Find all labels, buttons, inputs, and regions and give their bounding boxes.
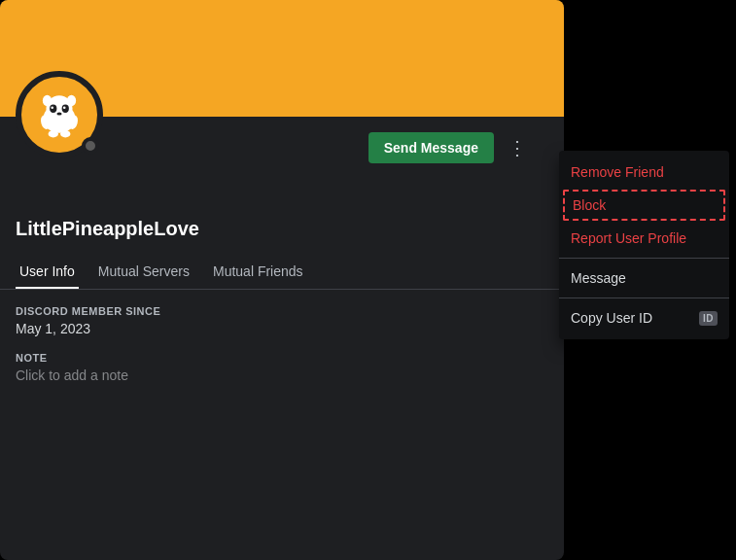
profile-panel: Send Message ⋮ LittlePineappleLove User … xyxy=(0,0,564,560)
svg-point-5 xyxy=(63,106,66,109)
copy-user-id-label: Copy User ID xyxy=(571,310,652,326)
menu-item-block[interactable]: Block xyxy=(563,190,725,221)
svg-point-2 xyxy=(50,105,56,113)
menu-divider-2 xyxy=(559,298,729,298)
id-badge: ID xyxy=(699,311,718,326)
username-section: LittlePineappleLove xyxy=(0,171,564,248)
svg-point-11 xyxy=(49,130,58,137)
menu-item-remove-friend[interactable]: Remove Friend xyxy=(559,157,729,188)
profile-content: DISCORD MEMBER SINCE May 1, 2023 NOTE Cl… xyxy=(0,290,564,399)
member-since-label: DISCORD MEMBER SINCE xyxy=(16,305,548,317)
menu-item-message[interactable]: Message xyxy=(559,262,729,294)
menu-item-copy-user-id[interactable]: Copy User ID ID xyxy=(559,302,729,333)
profile-tabs: User Info Mutual Servers Mutual Friends xyxy=(0,256,564,290)
svg-point-8 xyxy=(67,95,76,106)
menu-divider xyxy=(559,258,729,259)
avatar-area: Send Message ⋮ xyxy=(0,124,564,171)
tab-user-info[interactable]: User Info xyxy=(16,256,79,289)
avatar-container xyxy=(16,71,103,158)
send-message-button[interactable]: Send Message xyxy=(368,132,494,163)
tab-mutual-servers[interactable]: Mutual Servers xyxy=(94,256,193,289)
svg-point-4 xyxy=(51,106,53,109)
note-label: NOTE xyxy=(16,352,548,364)
member-since-date: May 1, 2023 xyxy=(16,321,548,336)
username: LittlePineappleLove xyxy=(16,218,548,240)
tab-mutual-friends[interactable]: Mutual Friends xyxy=(209,256,307,289)
svg-point-6 xyxy=(56,112,61,115)
context-menu: Remove Friend Block Report User Profile … xyxy=(559,151,729,339)
more-options-button[interactable]: ⋮ xyxy=(502,132,533,163)
svg-point-7 xyxy=(43,95,52,106)
note-input[interactable]: Click to add a note xyxy=(16,368,548,383)
svg-point-12 xyxy=(60,130,70,137)
svg-point-3 xyxy=(62,105,69,113)
status-indicator xyxy=(82,137,99,155)
menu-item-report[interactable]: Report User Profile xyxy=(559,223,729,254)
discord-logo-icon xyxy=(34,89,85,140)
